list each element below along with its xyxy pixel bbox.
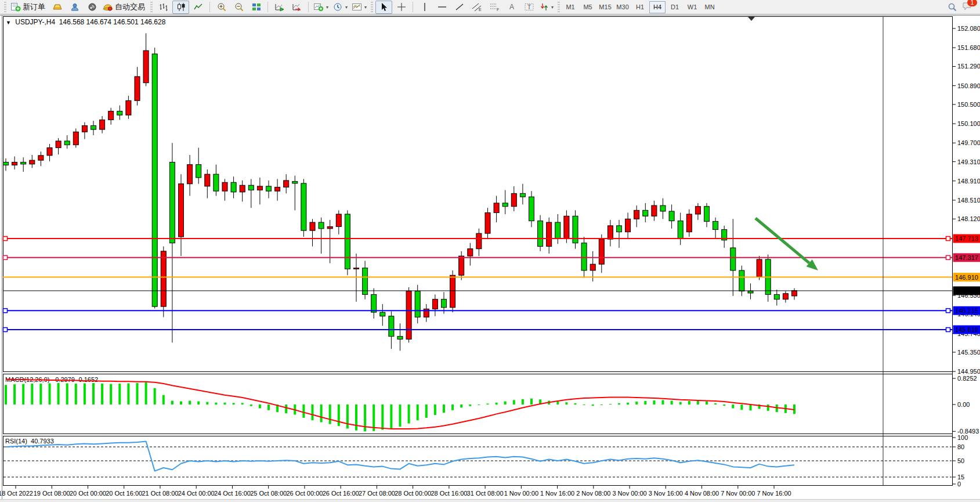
line-chart-button[interactable] (190, 1, 207, 14)
arrows-icon (540, 2, 549, 12)
horizontal-line-tool[interactable] (433, 1, 450, 14)
periods-button[interactable]: ▾ (331, 1, 349, 14)
crosshair-button[interactable] (393, 1, 410, 14)
chart-shift-icon (292, 2, 302, 12)
price-tick-label: 146.140 (957, 310, 980, 317)
price-tick-label: 144.950 (957, 368, 980, 375)
window-bottom-edge (0, 499, 980, 502)
time-axis-label: 28 Oct 00:00 (395, 490, 431, 497)
toolbar-grip (4, 2, 6, 12)
notifications-button[interactable]: 1 (962, 1, 973, 13)
price-tick-label: 149.700 (957, 139, 980, 146)
timeframe-MN[interactable]: MN (701, 1, 718, 13)
fibonacci-tool[interactable]: F (486, 1, 502, 14)
price-badge-label: 146.215 (955, 307, 978, 314)
tile-windows-button[interactable] (248, 1, 265, 14)
cursor-arrow-icon (379, 2, 389, 12)
candlestick-chart-button[interactable] (172, 1, 189, 14)
main-chart-panel[interactable] (3, 16, 953, 372)
price-badge (953, 286, 980, 295)
rsi-tick-label: 0 (957, 481, 961, 487)
svg-text:T: T (527, 4, 531, 10)
price-badge (953, 306, 980, 315)
auto-trading-icon (103, 2, 113, 12)
time-axis-label: 1 Nov 16:00 (540, 490, 574, 497)
auto-trading-label: 自动交易 (115, 2, 146, 12)
gold-button[interactable] (49, 1, 66, 14)
macd-values: -0.2979 -0.1652 (53, 376, 99, 383)
price-badge-label: 147.317 (955, 254, 978, 261)
candlestick-icon (176, 2, 186, 12)
time-axis-label: 27 Oct 08:00 (359, 490, 395, 497)
macd-indicator-label: MACD(12,26,9) -0.2979 -0.1652 (5, 376, 98, 383)
timeframe-W1[interactable]: W1 (684, 1, 700, 13)
price-tick-label: 151.290 (957, 63, 980, 70)
bar-chart-button[interactable] (155, 1, 172, 14)
price-badge-label: 145.819 (955, 326, 978, 333)
time-axis-label: 3 Nov 16:00 (649, 490, 683, 497)
dropdown-caret: ▾ (364, 5, 367, 10)
trendline-tool[interactable] (451, 1, 468, 14)
new-order-label: 新订单 (23, 2, 46, 12)
price-tick-label: 149.310 (957, 158, 980, 165)
cursor-button[interactable] (375, 1, 392, 14)
time-axis-label: 7 Nov 16:00 (757, 490, 791, 497)
zoom-out-button[interactable] (230, 1, 247, 14)
timeframe-M30[interactable]: M30 (614, 1, 631, 13)
label-tool[interactable]: T (520, 1, 537, 14)
timeframe-M15[interactable]: M15 (597, 1, 613, 13)
rsi-indicator-label: RSI(14) 40.7933 (5, 438, 54, 445)
new-order-button[interactable]: 新订单 (9, 1, 48, 14)
crosshair-icon (397, 2, 406, 12)
vertical-line-tool[interactable] (416, 1, 433, 14)
price-badge (953, 234, 980, 243)
templates-button[interactable]: ▾ (350, 1, 368, 14)
search-icon[interactable] (947, 2, 957, 12)
collapse-triangle-icon[interactable]: ▼ (6, 20, 11, 26)
chart-shift-button[interactable] (288, 1, 305, 14)
line-chart-icon (193, 2, 204, 12)
community-button[interactable] (66, 1, 83, 14)
toolbar-separator (308, 2, 309, 12)
timeframe-H4[interactable]: H4 (649, 1, 666, 13)
zoom-in-icon (216, 2, 227, 12)
macd-panel[interactable] (3, 374, 953, 434)
price-tick-label: 145.740 (957, 330, 980, 337)
timeframe-M1[interactable]: M1 (562, 1, 578, 13)
zoom-out-icon (234, 2, 244, 12)
price-badge (953, 326, 980, 334)
auto-scroll-button[interactable] (271, 1, 288, 14)
time-axis-label: 24 Oct 16:00 (214, 490, 251, 497)
macd-tick-label: 0.00 (957, 401, 970, 408)
toolbar-grip (150, 2, 153, 12)
macd-tick-label: 0.8252 (957, 375, 977, 382)
timeframe-M5[interactable]: M5 (580, 1, 596, 13)
price-badge-label: 147.713 (955, 235, 978, 242)
symbol-period-label: USDJPY-,H4 (15, 18, 55, 26)
rsi-panel[interactable] (3, 436, 953, 486)
indicators-button[interactable]: ▾ (312, 1, 330, 14)
timeframe-D1[interactable]: D1 (667, 1, 683, 13)
rsi-tick-label: 50 (957, 457, 964, 464)
arrows-tool[interactable]: ▾ (538, 1, 555, 14)
equidistant-channel-icon: E (472, 2, 482, 12)
time-axis-label: 4 Nov 08:00 (685, 490, 719, 497)
time-axis-label: 19 Oct 08:00 (34, 490, 70, 497)
signal-button[interactable] (84, 1, 100, 14)
time-axis-label: 20 Oct 16:00 (106, 490, 142, 497)
toolbar-separator (209, 2, 210, 12)
macd-name: MACD(12,26,9) (5, 376, 49, 383)
timeframe-H1[interactable]: H1 (632, 1, 648, 13)
auto-trading-button[interactable]: 自动交易 (101, 1, 148, 14)
time-axis-label: 24 Oct 00:00 (178, 490, 215, 497)
zoom-in-button[interactable] (213, 1, 230, 14)
fibonacci-icon: F (489, 2, 500, 12)
macd-tick-label: -0.8493 (957, 428, 979, 435)
rsi-tick-label: 80 (957, 443, 964, 450)
chart-title: ▼ USDJPY-,H4 146.568 146.674 146.501 146… (6, 18, 165, 26)
text-label-icon: T (524, 2, 534, 12)
channel-tool[interactable]: E (468, 1, 485, 14)
timeframe-bar: M1M5M15M30H1H4D1W1MN (562, 1, 718, 13)
text-tool[interactable]: A (503, 1, 520, 14)
toolbar-separator (267, 2, 268, 12)
